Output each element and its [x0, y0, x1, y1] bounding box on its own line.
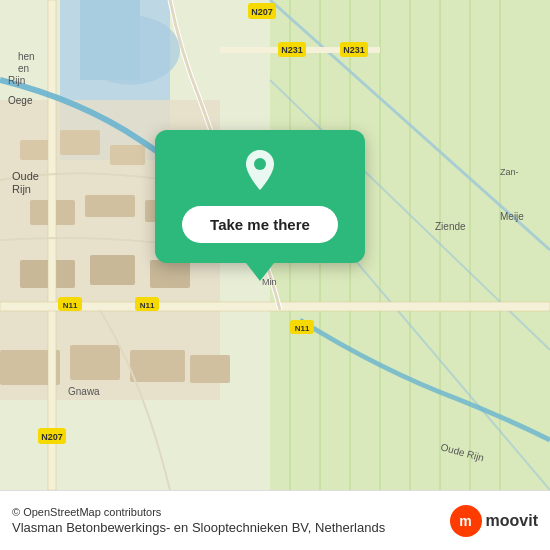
- popup-card: Take me there: [155, 130, 365, 263]
- map-container[interactable]: N207 N11 N11 N11 N207 N231 N231 hen en R…: [0, 0, 550, 490]
- svg-text:N11: N11: [63, 301, 78, 310]
- svg-text:N207: N207: [41, 432, 63, 442]
- location-pin-icon: [236, 146, 284, 194]
- moovit-icon: m: [450, 505, 482, 537]
- moovit-logo: m moovit: [450, 505, 538, 537]
- svg-text:Ziende: Ziende: [435, 221, 466, 232]
- svg-rect-16: [20, 140, 50, 160]
- take-me-there-button[interactable]: Take me there: [182, 206, 338, 243]
- svg-rect-24: [150, 260, 190, 288]
- svg-text:Meije: Meije: [500, 211, 524, 222]
- svg-rect-20: [85, 195, 135, 217]
- svg-rect-27: [130, 350, 185, 382]
- moovit-name: moovit: [486, 512, 538, 530]
- svg-text:Gnawa: Gnawa: [68, 386, 100, 397]
- map-info-text: © OpenStreetMap contributors Vlasman Bet…: [12, 506, 385, 535]
- svg-text:en: en: [18, 63, 29, 74]
- svg-rect-29: [48, 0, 56, 490]
- svg-text:N11: N11: [140, 301, 155, 310]
- svg-rect-26: [70, 345, 120, 380]
- svg-rect-22: [20, 260, 75, 288]
- svg-rect-28: [190, 355, 230, 383]
- country: Netherlands: [315, 520, 385, 535]
- svg-point-59: [254, 158, 266, 170]
- svg-text:N231: N231: [281, 45, 303, 55]
- svg-text:Zan-: Zan-: [500, 167, 519, 177]
- svg-text:Oude: Oude: [12, 170, 39, 182]
- svg-text:Rijn: Rijn: [8, 75, 25, 86]
- svg-text:N231: N231: [343, 45, 365, 55]
- svg-point-54: [80, 15, 180, 85]
- svg-text:Rijn: Rijn: [12, 183, 31, 195]
- svg-rect-23: [90, 255, 135, 285]
- info-bar: © OpenStreetMap contributors Vlasman Bet…: [0, 490, 550, 550]
- svg-text:N11: N11: [295, 324, 310, 333]
- svg-text:hen: hen: [18, 51, 35, 62]
- svg-rect-18: [110, 145, 145, 165]
- svg-rect-17: [60, 130, 100, 155]
- svg-text:Oege: Oege: [8, 95, 33, 106]
- svg-rect-32: [0, 302, 550, 311]
- business-name: Vlasman Betonbewerkings- en Slooptechnie…: [12, 520, 311, 535]
- svg-text:N207: N207: [251, 7, 273, 17]
